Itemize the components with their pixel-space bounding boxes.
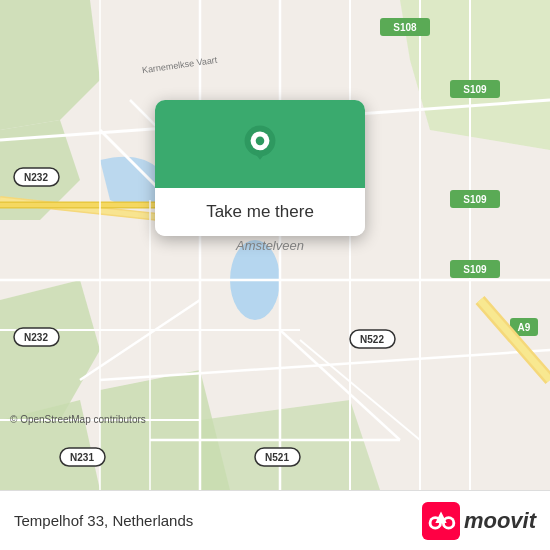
map-container: S108 S109 S109 S109 N232 N232 N231 N522 … <box>0 0 550 490</box>
a9-label: A9 <box>518 322 531 333</box>
address-text: Tempelhof 33, Netherlands <box>14 512 193 529</box>
s109-mid-label: S109 <box>463 194 487 205</box>
moovit-logo: moovit <box>422 502 536 540</box>
location-pin-icon <box>236 122 284 170</box>
s109-bot-label: S109 <box>463 264 487 275</box>
s108-label: S108 <box>393 22 417 33</box>
bottom-bar: Tempelhof 33, Netherlands moovit <box>0 490 550 550</box>
n232-bottom-label: N232 <box>24 332 48 343</box>
n231-label: N231 <box>70 452 94 463</box>
moovit-brand-text: moovit <box>464 508 536 534</box>
moovit-brand-icon <box>422 502 460 540</box>
svg-point-46 <box>256 137 265 146</box>
s109-top-label: S109 <box>463 84 487 95</box>
copyright-text: © OpenStreetMap contributors <box>10 414 146 425</box>
take-me-there-button[interactable]: Take me there <box>155 188 365 236</box>
amstelveen-map-label: Amstelveen <box>235 238 304 253</box>
popup-card: Take me there <box>155 100 365 236</box>
n522-label: N522 <box>360 334 384 345</box>
n521-label: N521 <box>265 452 289 463</box>
n232-left-label: N232 <box>24 172 48 183</box>
svg-point-52 <box>445 519 453 527</box>
popup-header <box>155 100 365 188</box>
